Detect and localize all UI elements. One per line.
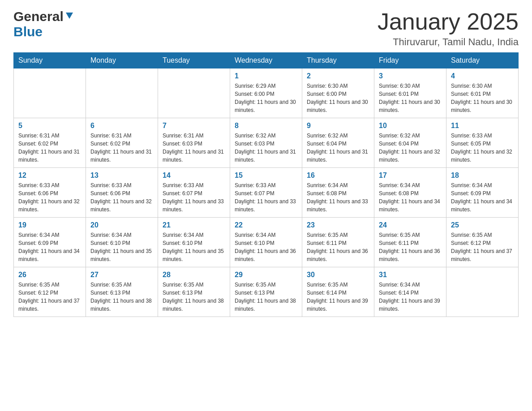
day-info: Sunrise: 6:35 AM Sunset: 6:14 PM Dayligh… [307, 281, 369, 313]
day-info: Sunrise: 6:34 AM Sunset: 6:08 PM Dayligh… [307, 181, 369, 214]
day-info: Sunrise: 6:33 AM Sunset: 6:06 PM Dayligh… [18, 181, 81, 214]
calendar-cell: 25Sunrise: 6:35 AM Sunset: 6:12 PM Dayli… [446, 218, 519, 267]
day-info: Sunrise: 6:34 AM Sunset: 6:10 PM Dayligh… [163, 231, 225, 263]
logo: General Blue [13, 9, 74, 39]
day-number: 29 [235, 271, 297, 279]
day-info: Sunrise: 6:30 AM Sunset: 6:01 PM Dayligh… [379, 82, 442, 114]
title-area: January 2025 Thiruvarur, Tamil Nadu, Ind… [378, 9, 519, 48]
day-number: 21 [163, 221, 225, 229]
day-number: 15 [235, 171, 297, 180]
header-row: SundayMondayTuesdayWednesdayThursdayFrid… [14, 53, 519, 68]
day-info: Sunrise: 6:33 AM Sunset: 6:07 PM Dayligh… [163, 181, 225, 214]
calendar-cell: 22Sunrise: 6:34 AM Sunset: 6:10 PM Dayli… [230, 218, 302, 267]
week-row-4: 19Sunrise: 6:34 AM Sunset: 6:09 PM Dayli… [14, 218, 519, 267]
day-info: Sunrise: 6:31 AM Sunset: 6:03 PM Dayligh… [163, 132, 225, 164]
day-number: 31 [379, 271, 442, 279]
logo-general-text: General [13, 9, 64, 24]
day-info: Sunrise: 6:32 AM Sunset: 6:04 PM Dayligh… [379, 132, 442, 164]
week-row-3: 12Sunrise: 6:33 AM Sunset: 6:06 PM Dayli… [14, 168, 519, 218]
day-info: Sunrise: 6:33 AM Sunset: 6:07 PM Dayligh… [235, 181, 297, 214]
calendar-cell: 8Sunrise: 6:32 AM Sunset: 6:03 PM Daylig… [230, 118, 302, 168]
day-info: Sunrise: 6:30 AM Sunset: 6:01 PM Dayligh… [451, 82, 514, 114]
header-day-wednesday: Wednesday [230, 53, 302, 68]
calendar-cell: 16Sunrise: 6:34 AM Sunset: 6:08 PM Dayli… [302, 168, 374, 218]
day-info: Sunrise: 6:35 AM Sunset: 6:12 PM Dayligh… [451, 231, 514, 263]
calendar-cell: 11Sunrise: 6:33 AM Sunset: 6:05 PM Dayli… [446, 118, 519, 168]
calendar-cell: 21Sunrise: 6:34 AM Sunset: 6:10 PM Dayli… [158, 218, 230, 267]
calendar-cell: 26Sunrise: 6:35 AM Sunset: 6:12 PM Dayli… [14, 267, 86, 317]
day-info: Sunrise: 6:31 AM Sunset: 6:02 PM Dayligh… [90, 132, 153, 164]
day-info: Sunrise: 6:33 AM Sunset: 6:06 PM Dayligh… [90, 181, 153, 214]
week-row-5: 26Sunrise: 6:35 AM Sunset: 6:12 PM Dayli… [14, 267, 519, 317]
day-info: Sunrise: 6:34 AM Sunset: 6:14 PM Dayligh… [379, 281, 442, 313]
calendar-cell: 19Sunrise: 6:34 AM Sunset: 6:09 PM Dayli… [14, 218, 86, 267]
calendar-cell: 12Sunrise: 6:33 AM Sunset: 6:06 PM Dayli… [14, 168, 86, 218]
day-info: Sunrise: 6:35 AM Sunset: 6:12 PM Dayligh… [18, 281, 81, 313]
day-number: 8 [235, 122, 297, 130]
day-number: 1 [235, 72, 297, 80]
day-number: 11 [451, 122, 514, 130]
day-number: 14 [163, 171, 225, 180]
day-number: 23 [307, 221, 369, 229]
logo-triangle-icon [64, 11, 74, 21]
day-info: Sunrise: 6:32 AM Sunset: 6:04 PM Dayligh… [307, 132, 369, 164]
calendar-subtitle: Thiruvarur, Tamil Nadu, India [378, 36, 519, 48]
day-number: 16 [307, 171, 369, 180]
page-header: General Blue January 2025 Thiruvarur, Ta… [13, 9, 519, 48]
calendar-cell: 28Sunrise: 6:35 AM Sunset: 6:13 PM Dayli… [158, 267, 230, 317]
day-number: 28 [163, 271, 225, 279]
day-info: Sunrise: 6:34 AM Sunset: 6:10 PM Dayligh… [235, 231, 297, 263]
day-info: Sunrise: 6:34 AM Sunset: 6:10 PM Dayligh… [90, 231, 153, 263]
calendar-cell: 5Sunrise: 6:31 AM Sunset: 6:02 PM Daylig… [14, 118, 86, 168]
logo-blue-text: Blue [13, 24, 43, 39]
day-number: 30 [307, 271, 369, 279]
calendar-cell: 27Sunrise: 6:35 AM Sunset: 6:13 PM Dayli… [86, 267, 158, 317]
day-info: Sunrise: 6:34 AM Sunset: 6:08 PM Dayligh… [379, 181, 442, 214]
calendar-cell: 15Sunrise: 6:33 AM Sunset: 6:07 PM Dayli… [230, 168, 302, 218]
header-day-tuesday: Tuesday [158, 53, 230, 68]
day-number: 2 [307, 72, 369, 80]
week-row-1: 1Sunrise: 6:29 AM Sunset: 6:00 PM Daylig… [14, 68, 519, 118]
calendar-cell: 6Sunrise: 6:31 AM Sunset: 6:02 PM Daylig… [86, 118, 158, 168]
day-info: Sunrise: 6:35 AM Sunset: 6:13 PM Dayligh… [235, 281, 297, 313]
calendar-title: January 2025 [378, 9, 519, 34]
day-info: Sunrise: 6:34 AM Sunset: 6:09 PM Dayligh… [18, 231, 81, 263]
day-number: 24 [379, 221, 442, 229]
day-info: Sunrise: 6:31 AM Sunset: 6:02 PM Dayligh… [18, 132, 81, 164]
day-info: Sunrise: 6:34 AM Sunset: 6:09 PM Dayligh… [451, 181, 514, 214]
calendar-table: SundayMondayTuesdayWednesdayThursdayFrid… [13, 52, 519, 317]
calendar-cell: 20Sunrise: 6:34 AM Sunset: 6:10 PM Dayli… [86, 218, 158, 267]
calendar-cell [86, 68, 158, 118]
day-number: 18 [451, 171, 514, 180]
day-number: 19 [18, 221, 81, 229]
calendar-cell: 24Sunrise: 6:35 AM Sunset: 6:11 PM Dayli… [374, 218, 446, 267]
day-info: Sunrise: 6:35 AM Sunset: 6:13 PM Dayligh… [163, 281, 225, 313]
day-info: Sunrise: 6:33 AM Sunset: 6:05 PM Dayligh… [451, 132, 514, 164]
calendar-cell: 30Sunrise: 6:35 AM Sunset: 6:14 PM Dayli… [302, 267, 374, 317]
day-number: 9 [307, 122, 369, 130]
day-number: 26 [18, 271, 81, 279]
day-number: 3 [379, 72, 442, 80]
calendar-cell [14, 68, 86, 118]
header-day-saturday: Saturday [446, 53, 519, 68]
calendar-cell: 1Sunrise: 6:29 AM Sunset: 6:00 PM Daylig… [230, 68, 302, 118]
calendar-cell: 3Sunrise: 6:30 AM Sunset: 6:01 PM Daylig… [374, 68, 446, 118]
calendar-cell: 31Sunrise: 6:34 AM Sunset: 6:14 PM Dayli… [374, 267, 446, 317]
day-number: 13 [90, 171, 153, 180]
calendar-cell: 9Sunrise: 6:32 AM Sunset: 6:04 PM Daylig… [302, 118, 374, 168]
calendar-cell: 10Sunrise: 6:32 AM Sunset: 6:04 PM Dayli… [374, 118, 446, 168]
calendar-cell: 17Sunrise: 6:34 AM Sunset: 6:08 PM Dayli… [374, 168, 446, 218]
calendar-cell: 18Sunrise: 6:34 AM Sunset: 6:09 PM Dayli… [446, 168, 519, 218]
calendar-cell [158, 68, 230, 118]
day-number: 25 [451, 221, 514, 229]
day-info: Sunrise: 6:29 AM Sunset: 6:00 PM Dayligh… [235, 82, 297, 114]
header-day-monday: Monday [86, 53, 158, 68]
svg-marker-0 [66, 13, 73, 19]
calendar-cell: 14Sunrise: 6:33 AM Sunset: 6:07 PM Dayli… [158, 168, 230, 218]
calendar-cell: 23Sunrise: 6:35 AM Sunset: 6:11 PM Dayli… [302, 218, 374, 267]
calendar-cell: 29Sunrise: 6:35 AM Sunset: 6:13 PM Dayli… [230, 267, 302, 317]
calendar-cell [446, 267, 519, 317]
day-number: 5 [18, 122, 81, 130]
day-number: 7 [163, 122, 225, 130]
day-info: Sunrise: 6:35 AM Sunset: 6:11 PM Dayligh… [307, 231, 369, 263]
